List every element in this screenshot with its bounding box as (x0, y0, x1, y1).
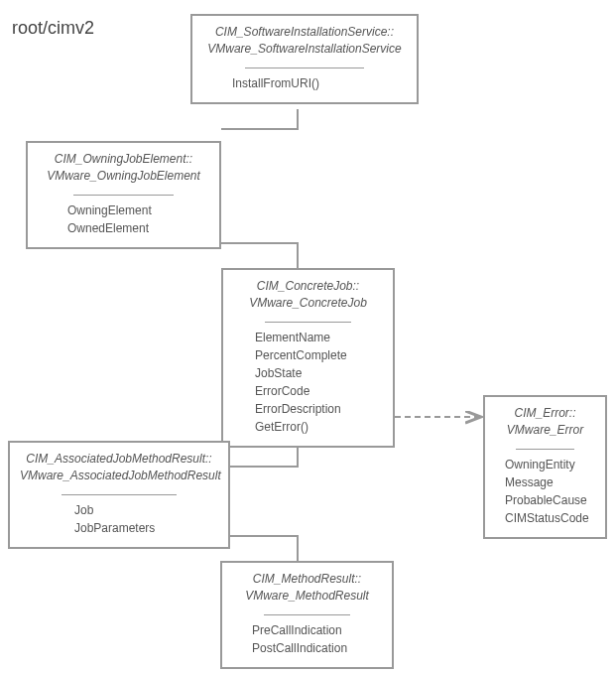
member: Job (74, 501, 218, 519)
divider (516, 449, 574, 450)
class-concrete-job: CIM_ConcreteJob:: VMware_ConcreteJob Ele… (221, 268, 395, 448)
class-owning-job-element: CIM_OwningJobElement:: VMware_OwningJobE… (26, 141, 221, 249)
title-line: VMware_OwningJobElement (38, 168, 209, 185)
class-method-result: CIM_MethodResult:: VMware_MethodResult P… (220, 561, 394, 669)
member: InstallFromURI() (232, 74, 407, 92)
member: OwnedElement (67, 219, 209, 237)
members: PreCallIndication PostCallIndication (232, 621, 382, 657)
title-line: CIM_Error:: (495, 405, 595, 422)
member: ElementName (255, 329, 383, 346)
title-line: VMware_Error (495, 422, 595, 439)
divider (265, 322, 352, 323)
namespace-label: root/cimv2 (12, 18, 94, 39)
class-software-installation-service: CIM_SoftwareInstallationService:: VMware… (190, 14, 419, 104)
member: CIMStatusCode (505, 509, 595, 527)
divider (264, 614, 351, 615)
title-line: VMware_MethodResult (232, 588, 382, 605)
class-title: CIM_AssociatedJobMethodResult:: VMware_A… (20, 451, 218, 490)
class-error: CIM_Error:: VMware_Error OwningEntity Me… (483, 395, 607, 539)
title-line: VMware_ConcreteJob (233, 295, 383, 312)
member: ErrorDescription (255, 400, 383, 418)
member: PercentComplete (255, 346, 383, 364)
class-title: CIM_SoftwareInstallationService:: VMware… (202, 24, 407, 64)
member: PostCallIndication (252, 639, 382, 657)
members: Job JobParameters (20, 501, 218, 537)
member: OwningEntity (505, 456, 595, 473)
divider (62, 494, 177, 495)
member: ErrorCode (255, 382, 383, 400)
member: JobParameters (74, 519, 218, 537)
title-line: VMware_AssociatedJobMethodResult (20, 468, 218, 484)
class-associated-job-method-result: CIM_AssociatedJobMethodResult:: VMware_A… (8, 441, 230, 549)
divider (73, 195, 173, 196)
member: Message (505, 473, 595, 491)
members: OwningEntity Message ProbableCause CIMSt… (495, 456, 595, 527)
class-title: CIM_ConcreteJob:: VMware_ConcreteJob (233, 278, 383, 318)
class-title: CIM_Error:: VMware_Error (495, 405, 595, 445)
member: PreCallIndication (252, 621, 382, 639)
member: GetError() (255, 418, 383, 436)
title-line: VMware_SoftwareInstallationService (202, 41, 407, 58)
class-title: CIM_MethodResult:: VMware_MethodResult (232, 571, 382, 610)
title-line: CIM_OwningJobElement:: (38, 151, 209, 168)
members: InstallFromURI() (202, 74, 407, 92)
title-line: CIM_SoftwareInstallationService:: (202, 24, 407, 41)
member: ProbableCause (505, 491, 595, 509)
divider (245, 67, 363, 68)
title-line: CIM_ConcreteJob:: (233, 278, 383, 295)
title-line: CIM_AssociatedJobMethodResult:: (20, 451, 218, 468)
members: ElementName PercentComplete JobState Err… (233, 329, 383, 436)
title-line: CIM_MethodResult:: (232, 571, 382, 588)
class-title: CIM_OwningJobElement:: VMware_OwningJobE… (38, 151, 209, 191)
member: OwningElement (67, 202, 209, 219)
member: JobState (255, 364, 383, 382)
members: OwningElement OwnedElement (38, 202, 209, 237)
